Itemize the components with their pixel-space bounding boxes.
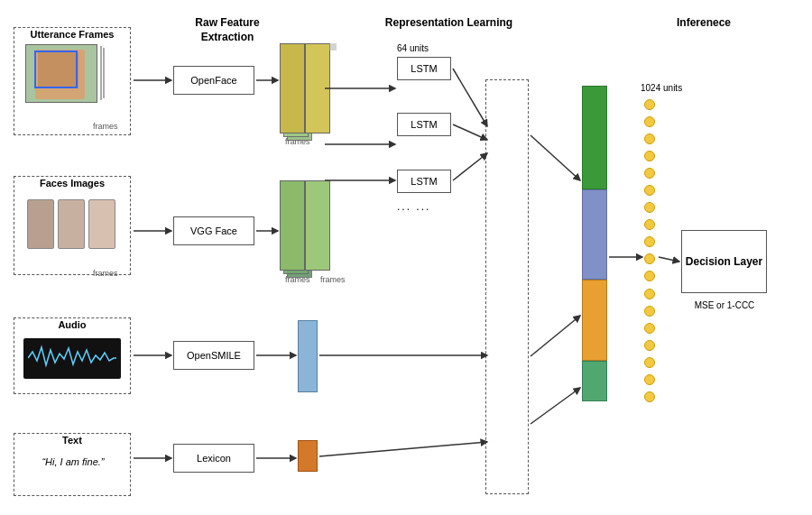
dot xyxy=(644,133,655,144)
green-bar xyxy=(582,86,607,189)
dot xyxy=(644,185,655,196)
units-64-label: 64 units xyxy=(397,43,429,53)
audio-feature-block xyxy=(298,320,318,392)
lstm-box-2: LSTM xyxy=(397,113,451,136)
text-label: Text xyxy=(14,435,131,446)
dot xyxy=(644,323,655,334)
frames-label-openface: frames xyxy=(285,137,310,146)
svg-line-11 xyxy=(453,69,487,126)
text-feature-block xyxy=(298,440,318,472)
dot xyxy=(644,236,655,247)
loss-label: MSE or 1-CCC xyxy=(684,300,765,310)
dot xyxy=(644,253,655,264)
representation-title: Representation Learning xyxy=(383,16,514,31)
dot xyxy=(644,391,655,402)
openface-box: OpenFace xyxy=(173,66,254,95)
units-1024-label: 1024 units xyxy=(641,83,682,93)
dots-label: ... ... xyxy=(397,200,430,213)
lstm-box-3: LSTM xyxy=(397,170,451,193)
audio-label: Audio xyxy=(14,319,131,330)
svg-line-12 xyxy=(453,124,487,140)
frames-label-2: frames xyxy=(93,269,118,278)
orange-bar xyxy=(582,280,607,361)
faces-images-box xyxy=(14,176,131,275)
lstm-box-1: LSTM xyxy=(397,57,451,80)
dot xyxy=(644,202,655,213)
svg-line-19 xyxy=(531,388,580,424)
raw-feature-title: Raw Feature Extraction xyxy=(173,16,281,44)
lexicon-box: Lexicon xyxy=(173,444,254,473)
dot xyxy=(644,357,655,368)
svg-line-17 xyxy=(531,135,580,180)
dot-column-1024 xyxy=(644,97,655,404)
utterance-frames-box xyxy=(14,27,131,135)
inference-title: Inferenece xyxy=(650,16,758,29)
dot xyxy=(644,99,655,110)
frames-label-vgg: frames xyxy=(285,275,310,284)
dot xyxy=(644,168,655,179)
representation-output-box xyxy=(485,79,529,494)
dot xyxy=(644,374,655,385)
faces-images-label: Faces Images xyxy=(14,178,131,189)
frames-label-3: frames xyxy=(320,275,346,284)
dot xyxy=(644,116,655,127)
svg-line-16 xyxy=(319,442,487,456)
dot xyxy=(644,151,655,161)
blue-bar xyxy=(582,189,607,280)
decision-layer-box: Decision Layer xyxy=(681,230,767,293)
svg-line-18 xyxy=(531,316,580,356)
svg-line-13 xyxy=(453,153,487,180)
frames-label-1: frames xyxy=(93,122,118,131)
dot xyxy=(644,289,655,299)
green-teal-bar xyxy=(582,361,607,401)
opensmile-box: OpenSMILE xyxy=(173,341,254,370)
text-example: “Hi, I am fine.” xyxy=(19,456,127,467)
utterance-frames-label: Utterance Frames xyxy=(14,29,131,40)
vgg-face-box: VGG Face xyxy=(173,216,254,245)
dot xyxy=(644,340,655,351)
architecture-diagram: Utterance Frames frames Faces Images fra… xyxy=(0,0,812,515)
dot xyxy=(644,219,655,230)
svg-line-21 xyxy=(659,257,679,262)
dot xyxy=(644,306,655,317)
dot xyxy=(644,271,655,281)
